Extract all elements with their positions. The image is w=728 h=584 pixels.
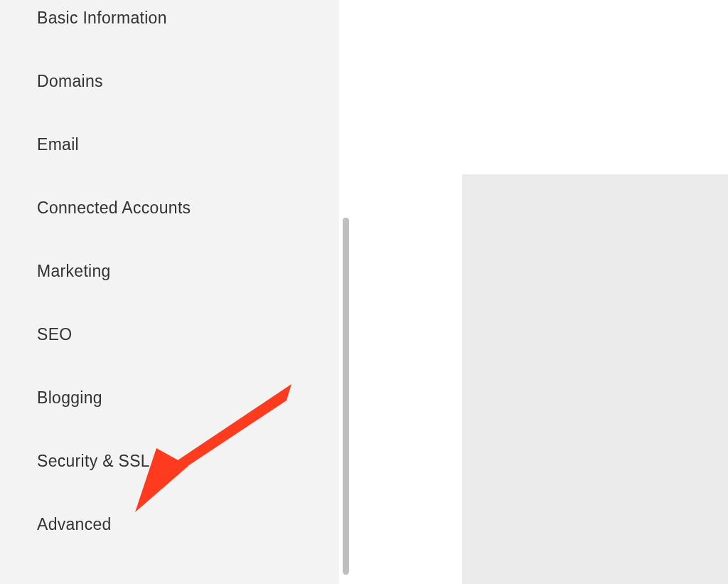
sidebar-item-label: Blogging (37, 388, 102, 407)
sidebar-item-label: Marketing (37, 262, 111, 280)
sidebar-scrollbar-thumb[interactable] (343, 218, 349, 575)
sidebar-item-advanced[interactable]: Advanced (37, 515, 339, 534)
sidebar-item-label: SEO (37, 325, 72, 344)
sidebar-item-label: Email (37, 135, 79, 154)
sidebar-item-label: Advanced (37, 515, 112, 533)
sidebar-item-basic-information[interactable]: Basic Information (37, 9, 339, 28)
sidebar-item-blogging[interactable]: Blogging (37, 388, 339, 408)
sidebar-item-marketing[interactable]: Marketing (37, 262, 339, 281)
sidebar-item-domains[interactable]: Domains (37, 72, 339, 91)
sidebar-item-label: Connected Accounts (37, 198, 191, 217)
content-placeholder (462, 174, 728, 584)
sidebar-item-label: Basic Information (37, 9, 167, 27)
sidebar-item-connected-accounts[interactable]: Connected Accounts (37, 198, 339, 218)
sidebar-item-label: Domains (37, 72, 103, 90)
sidebar-item-email[interactable]: Email (37, 135, 339, 154)
sidebar-item-security-ssl[interactable]: Security & SSL (37, 452, 339, 471)
settings-sidebar: Basic Information Domains Email Connecte… (0, 0, 339, 584)
sidebar-item-label: Security & SSL (37, 452, 150, 470)
sidebar-item-seo[interactable]: SEO (37, 325, 339, 344)
